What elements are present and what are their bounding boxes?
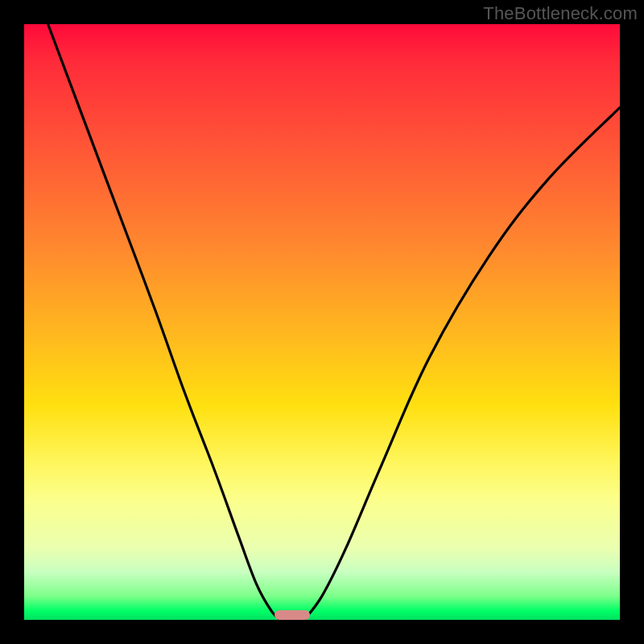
chart-frame: TheBottleneck.com <box>0 0 644 644</box>
left-curve <box>48 24 281 620</box>
watermark-text: TheBottleneck.com <box>483 3 638 24</box>
bottleneck-marker <box>275 610 310 620</box>
curves-svg <box>24 24 620 620</box>
plot-area <box>24 24 620 620</box>
right-curve <box>304 108 620 620</box>
